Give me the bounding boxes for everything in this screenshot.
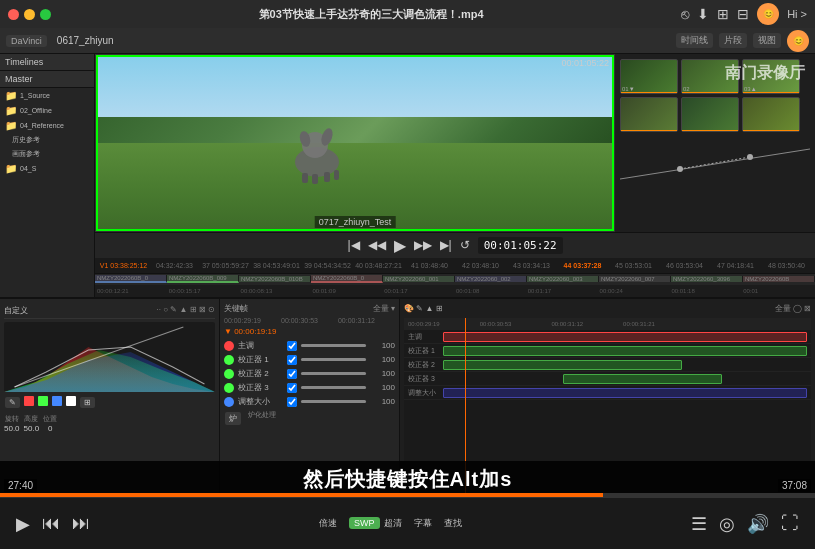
speed-button[interactable]: 倍速 [319, 517, 337, 530]
media-item[interactable]: 📁04_S [0, 161, 94, 176]
pip-icon[interactable]: ⊟ [737, 6, 749, 22]
track-clip[interactable] [443, 346, 807, 356]
clip-item[interactable]: NMZY2022060_007 [599, 276, 671, 282]
next-frame-button[interactable]: ▶▶ [414, 238, 432, 252]
time-marker: 40 03:48:27:21 [354, 262, 403, 269]
blend-label: 炉化处理 [248, 410, 276, 427]
media-item[interactable]: 📁04_Reference [0, 118, 94, 133]
media-item[interactable]: 📁02_Offline [0, 103, 94, 118]
color-swatch-red[interactable] [24, 396, 34, 406]
sky [96, 55, 614, 117]
media-item[interactable]: 📁1_Source [0, 88, 94, 103]
go-start-button[interactable]: |◀ [347, 238, 359, 252]
grade-btn[interactable]: 全量 ▾ [373, 303, 395, 314]
mode-btn[interactable]: ⊞ [80, 397, 95, 408]
share-icon[interactable]: ⎋ [681, 6, 689, 22]
time-marker: V1 03:38:25:12 [99, 262, 148, 269]
fullscreen-button[interactable]: ⛶ [781, 513, 799, 534]
blend-btn[interactable]: 炉 [225, 412, 241, 425]
slider-track[interactable] [301, 344, 366, 347]
svg-rect-7 [334, 170, 339, 180]
left-panel: Timelines Master 📁1_Source 📁02_Offline 📁… [0, 54, 95, 297]
clip-item[interactable]: NMZY2022060_002 [455, 276, 527, 282]
clip-item[interactable]: NMZY2022060_001 [383, 276, 455, 282]
slider-track[interactable] [301, 358, 366, 361]
time-marker: 47 04:18:41 [711, 262, 760, 269]
subtitle-button[interactable]: 字幕 [414, 517, 432, 530]
slider-track[interactable] [301, 400, 366, 403]
track-checkbox[interactable] [287, 355, 297, 365]
prev-frame-button[interactable]: ◀◀ [368, 238, 386, 252]
next-button[interactable]: ⏭ [72, 513, 90, 534]
track-label: 调整大小 [408, 388, 443, 398]
slider-value: 100 [370, 369, 395, 378]
media-item[interactable]: 历史参考 [0, 133, 94, 147]
timelines-title: Timelines [0, 54, 94, 71]
sliders-title: 关键帧 [224, 303, 248, 314]
time-marker: 48 03:50:40 [762, 262, 811, 269]
color-swatch-green[interactable] [38, 396, 48, 406]
minimize-button[interactable] [24, 9, 35, 20]
play-button[interactable]: ▶ [394, 236, 406, 255]
thumbnail[interactable] [742, 97, 800, 132]
previous-button[interactable]: ⏮ [42, 513, 60, 534]
track-clip[interactable] [563, 374, 723, 384]
track-checkbox[interactable] [287, 341, 297, 351]
hi-text[interactable]: Hi > [787, 8, 807, 20]
track-slider-row: 主调 100 [224, 340, 395, 351]
clip-item[interactable]: NMZY2022060B_009 [167, 275, 239, 283]
window-title: 第03节快速上手达芬奇的三大调色流程！.mp4 [61, 7, 681, 22]
download-icon[interactable]: ⬇ [697, 6, 709, 22]
project-btn[interactable]: DaVinci [6, 35, 47, 47]
clip-btn: 片段 [719, 33, 747, 48]
target-button[interactable]: ◎ [719, 513, 735, 535]
clip-item[interactable]: NMZY2022060_3096 [671, 276, 743, 282]
track-row: 校正器 3 [404, 372, 811, 386]
maximize-button[interactable] [40, 9, 51, 20]
time-marker: 43 03:34:13 [507, 262, 556, 269]
color-swatch-blue[interactable] [52, 396, 62, 406]
clip-item[interactable]: NMZY2022060_003 [527, 276, 599, 282]
media-item[interactable]: 画面参考 [0, 147, 94, 161]
clarity-button[interactable]: SWP 超清 [349, 517, 402, 530]
slider-track[interactable] [301, 386, 366, 389]
track-color-dot [224, 355, 234, 365]
track-checkbox[interactable] [287, 369, 297, 379]
track-clip-main[interactable] [443, 332, 807, 342]
video-frame [96, 55, 614, 231]
subtitle-bar: 然后快捷键按住Alt加s [0, 461, 815, 497]
list-button[interactable]: ☰ [691, 513, 707, 535]
track-label: 校正器 1 [238, 354, 283, 365]
curve-view [620, 139, 810, 189]
screen-icon[interactable]: ⊞ [717, 6, 729, 22]
list-icon: ☰ [691, 513, 707, 535]
thumbnail[interactable] [620, 97, 678, 132]
track-clip[interactable] [443, 388, 807, 398]
search-button[interactable]: 查找 [444, 517, 462, 530]
svg-line-11 [680, 157, 750, 169]
thumbnail[interactable] [681, 97, 739, 132]
clip-item[interactable]: NMZY2022060B_010B [239, 276, 311, 282]
window-controls[interactable] [8, 9, 51, 20]
slider-track[interactable] [301, 372, 366, 375]
clip-item[interactable]: NMZY2022060B [743, 276, 815, 282]
play-pause-button[interactable]: ▶ [16, 513, 30, 535]
tool-btn[interactable]: ✎ [5, 397, 20, 408]
track-row: 校正器 1 [404, 344, 811, 358]
track-clip[interactable] [443, 360, 682, 370]
volume-button[interactable]: 🔊 [747, 513, 769, 535]
clip-item[interactable]: NMZY2022060B_0 [311, 275, 383, 283]
close-button[interactable] [8, 9, 19, 20]
clip-item[interactable]: NMZY2022060B_0 [95, 275, 167, 283]
color-swatch-white[interactable] [66, 396, 76, 406]
loop-button[interactable]: ↺ [460, 238, 470, 252]
track-checkbox[interactable] [287, 383, 297, 393]
track-checkbox[interactable] [287, 397, 297, 407]
timecode-display: 00:01:05:22 [478, 237, 563, 254]
user-label: 0617_zhiyun [57, 35, 114, 46]
avatar[interactable]: 😊 [757, 3, 779, 25]
thumbnail[interactable]: 01▼ [620, 59, 678, 94]
go-end-button[interactable]: ▶| [440, 238, 452, 252]
grade-tools: 全量 ◯ ⊠ [775, 303, 811, 314]
playback-controls: |◀ ◀◀ ▶ ▶▶ ▶| ↺ 00:01:05:22 [95, 232, 815, 258]
